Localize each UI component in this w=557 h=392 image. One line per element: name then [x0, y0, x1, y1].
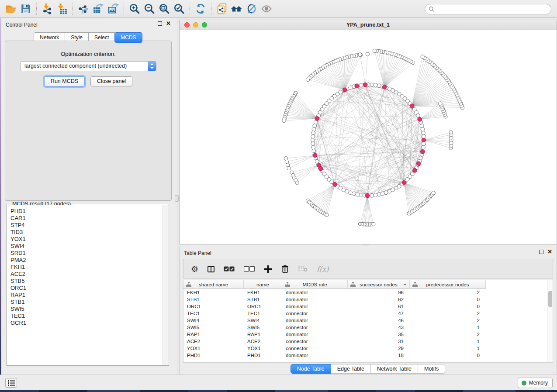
table-row[interactable]: PHD1PHD1dominator180: [183, 352, 553, 359]
network-leaf-node[interactable]: [373, 49, 376, 52]
table-cell[interactable]: dominator: [282, 317, 348, 324]
import-table-icon[interactable]: [55, 2, 69, 16]
network-leaf-node[interactable]: [285, 160, 288, 163]
mcds-result-item[interactable]: SRD1: [7, 250, 168, 257]
network-leaf-node[interactable]: [358, 53, 362, 56]
network-hub-node[interactable]: [402, 181, 406, 185]
table-cell[interactable]: dominator: [282, 331, 348, 338]
network-node[interactable]: [311, 145, 315, 149]
column-header-name[interactable]: name: [244, 280, 282, 289]
network-node[interactable]: [419, 156, 423, 160]
mcds-result-item[interactable]: SWI4: [7, 243, 168, 250]
table-cell[interactable]: dominator: [282, 289, 348, 296]
zoom-in-icon[interactable]: [127, 2, 142, 16]
column-header-predecessor-nodes[interactable]: predecessor nodes: [410, 280, 486, 289]
table-cell[interactable]: dominator: [282, 352, 348, 359]
network-hub-node[interactable]: [333, 182, 337, 186]
network-leaf-node[interactable]: [286, 163, 289, 167]
save-icon[interactable]: [18, 2, 33, 16]
table-cell[interactable]: 43: [348, 324, 410, 331]
network-hub-node[interactable]: [355, 84, 359, 88]
table-cell[interactable]: ORC1: [183, 303, 244, 310]
network-leaf-node[interactable]: [306, 78, 309, 81]
delete-table-icon[interactable]: [298, 266, 308, 272]
tab-node-table[interactable]: Node Table: [291, 364, 331, 374]
table-row[interactable]: TEC1TEC1connector472: [183, 310, 553, 317]
network-hub-node[interactable]: [410, 104, 414, 108]
network-node[interactable]: [311, 134, 315, 138]
export-network-icon[interactable]: [76, 2, 91, 16]
network-hub-node[interactable]: [418, 117, 422, 121]
table-cell[interactable]: 29: [348, 345, 410, 352]
table-cell[interactable]: 0: [410, 352, 486, 359]
export-table-icon[interactable]: [91, 2, 106, 16]
tab-edge-table[interactable]: Edge Table: [331, 364, 371, 374]
network-node[interactable]: [312, 127, 316, 131]
network-overview-icon[interactable]: [229, 2, 244, 16]
network-node[interactable]: [370, 83, 374, 87]
table-cell[interactable]: STB1: [183, 296, 244, 303]
network-leaf-node[interactable]: [449, 131, 453, 134]
table-cell[interactable]: ACE2: [183, 338, 244, 345]
table-cell[interactable]: ACE2: [244, 338, 282, 345]
table-cell[interactable]: SWI4: [244, 317, 282, 324]
network-hub-node[interactable]: [343, 88, 347, 92]
table-row[interactable]: YOX1YOX1connector291: [183, 345, 553, 352]
deselect-all-icon[interactable]: [244, 266, 255, 272]
mcds-result-item[interactable]: RAP1: [7, 292, 168, 299]
hide-style-icon[interactable]: [244, 2, 259, 16]
table-cell[interactable]: dominator: [282, 303, 348, 310]
column-header-successor-nodes[interactable]: successor nodes: [348, 280, 410, 289]
network-node[interactable]: [352, 192, 356, 196]
mcds-result-item[interactable]: STB5: [7, 278, 168, 285]
share-document-icon[interactable]: [214, 2, 229, 16]
table-cell[interactable]: connector: [282, 345, 348, 352]
export-image-icon[interactable]: [106, 2, 121, 16]
network-canvas[interactable]: [180, 30, 557, 244]
network-hub-node[interactable]: [421, 150, 425, 154]
table-cell[interactable]: SWI4: [183, 317, 244, 324]
mcds-result-item[interactable]: STB1: [7, 299, 168, 306]
table-row[interactable]: ORC1ORC1dominator610: [183, 303, 553, 310]
table-cell[interactable]: 0: [410, 296, 486, 303]
tab-mcds[interactable]: MCDS: [114, 32, 142, 43]
table-row[interactable]: RAP1RAP1dominator352: [183, 331, 553, 338]
float-window-icon[interactable]: [158, 21, 162, 26]
close-panel-icon[interactable]: ✕: [547, 250, 552, 254]
table-cell[interactable]: connector: [282, 324, 348, 331]
run-mcds-button[interactable]: Run MCDS: [44, 76, 85, 86]
table-row[interactable]: ACE2ACE2connector311: [183, 338, 553, 345]
network-hub-node[interactable]: [313, 153, 317, 157]
optimization-criterion-select[interactable]: largest connected component (undirected): [20, 61, 156, 71]
table-cell[interactable]: connector: [282, 310, 348, 317]
mcds-result-item[interactable]: TEC1: [7, 313, 168, 320]
show-eye-icon[interactable]: [259, 2, 274, 16]
table-cell[interactable]: 1: [410, 324, 486, 331]
network-node[interactable]: [381, 192, 384, 196]
network-hub-node[interactable]: [363, 83, 367, 86]
network-hub-node[interactable]: [422, 138, 426, 142]
network-hub-node[interactable]: [416, 162, 420, 165]
network-node[interactable]: [311, 142, 315, 146]
table-row[interactable]: SWI4SWI4dominator462: [183, 317, 553, 324]
network-node[interactable]: [312, 149, 316, 153]
mcds-result-item[interactable]: CAR1: [7, 215, 168, 222]
table-cell[interactable]: SWI5: [183, 324, 244, 331]
add-column-icon[interactable]: [264, 265, 272, 273]
network-leaf-node[interactable]: [372, 223, 375, 226]
table-row[interactable]: STB1STB1dominator620: [183, 296, 553, 303]
network-node[interactable]: [356, 193, 360, 196]
mcds-result-scrollbar[interactable]: [163, 205, 168, 365]
mcds-result-item[interactable]: ORC1: [7, 285, 168, 292]
network-leaf-node[interactable]: [325, 213, 329, 217]
mcds-result-item[interactable]: ACE2: [7, 271, 168, 278]
network-node[interactable]: [311, 138, 315, 142]
table-cell[interactable]: 47: [348, 310, 410, 317]
network-node[interactable]: [422, 142, 426, 146]
network-node[interactable]: [377, 193, 381, 196]
table-cell[interactable]: 62: [348, 296, 410, 303]
tab-motifs[interactable]: Motifs: [418, 364, 445, 374]
memory-button[interactable]: Memory: [518, 378, 553, 388]
table-cell[interactable]: FKH1: [244, 289, 282, 296]
table-cell[interactable]: 2: [410, 310, 486, 317]
